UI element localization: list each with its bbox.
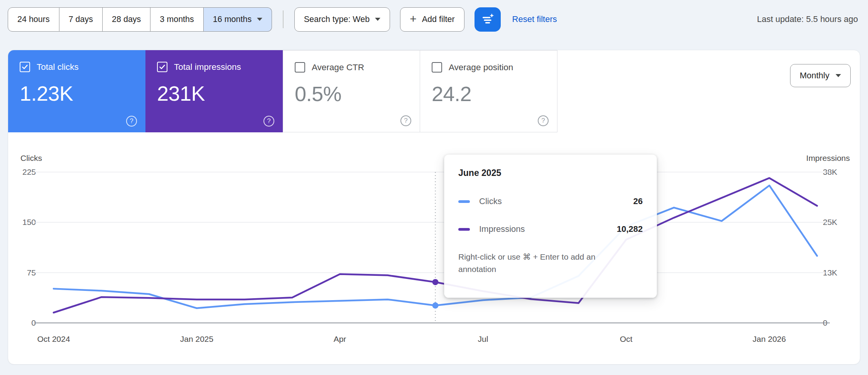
help-icon[interactable]: ?	[263, 116, 274, 127]
left-axis-title: Clicks	[20, 154, 42, 163]
date-range-label: 28 days	[112, 15, 141, 24]
right-axis-title: Impressions	[806, 154, 850, 163]
add-filter-label: Add filter	[422, 15, 455, 24]
x-axis-label: Jan 2025	[180, 334, 213, 344]
metric-value: 231K	[157, 81, 283, 105]
metric-tile-average-ctr[interactable]: Average CTR 0.5% ?	[283, 50, 420, 132]
metric-label: Average CTR	[312, 62, 364, 73]
date-range-7-days[interactable]: 7 days	[59, 7, 103, 32]
impressions-legend-swatch	[458, 228, 470, 231]
y-axis-tick-left: 75	[8, 268, 36, 278]
tooltip-row-clicks: Clicks 26	[458, 195, 643, 208]
search-console-performance-page: 24 hours 7 days 28 days 3 months 16 mont…	[0, 0, 868, 375]
help-icon[interactable]: ?	[126, 116, 137, 127]
metric-tiles: Total clicks 1.23K ? Total impressions 2…	[8, 50, 860, 132]
caret-down-icon	[375, 18, 380, 21]
date-range-28-days[interactable]: 28 days	[103, 7, 150, 32]
tooltip-series-name: Impressions	[479, 224, 617, 234]
add-filter-button[interactable]: + Add filter	[400, 7, 464, 32]
plus-icon: +	[410, 13, 417, 25]
metric-value: 1.23K	[20, 81, 145, 105]
tooltip-series-value: 10,282	[617, 224, 643, 234]
tile-head: Average position	[432, 62, 557, 73]
date-range-label: 3 months	[160, 15, 194, 24]
metric-label: Total clicks	[37, 62, 79, 72]
reset-filters-link[interactable]: Reset filters	[512, 14, 557, 24]
tile-head: Average CTR	[295, 62, 420, 73]
tooltip-annotation-hint: Right-click or use ⌘ + Enter to add an a…	[458, 251, 620, 275]
checkbox-checked-icon[interactable]	[20, 62, 30, 72]
y-axis-tick-left: 225	[8, 167, 36, 177]
y-axis-tick-left: 150	[8, 217, 36, 227]
help-icon[interactable]: ?	[538, 115, 549, 126]
metric-label: Total impressions	[174, 62, 241, 72]
metric-label: Average position	[449, 62, 513, 73]
checkbox-unchecked-icon[interactable]	[295, 62, 305, 73]
tooltip-series-value: 26	[633, 196, 643, 206]
date-range-group: 24 hours 7 days 28 days 3 months 16 mont…	[8, 7, 272, 32]
date-range-24-hours[interactable]: 24 hours	[8, 7, 59, 32]
search-type-dropdown[interactable]: Search type: Web	[294, 7, 390, 32]
metric-tile-total-impressions[interactable]: Total impressions 231K ?	[145, 50, 283, 132]
date-range-label: 24 hours	[17, 15, 50, 24]
granularity-dropdown[interactable]: Monthly	[790, 64, 851, 87]
tooltip-row-impressions: Impressions 10,282	[458, 223, 643, 235]
metric-value: 0.5%	[295, 82, 420, 106]
y-axis-tick-left: 0	[8, 318, 36, 328]
x-axis-label: Oct 2024	[37, 334, 70, 344]
clicks-legend-swatch	[458, 200, 470, 203]
checkbox-checked-icon[interactable]	[157, 62, 167, 72]
last-update-text: Last update: 5.5 hours ago	[757, 14, 858, 24]
tooltip-series-name: Clicks	[479, 196, 633, 206]
date-range-3-months[interactable]: 3 months	[150, 7, 203, 32]
date-range-16-months[interactable]: 16 months	[204, 7, 272, 32]
metric-tile-average-position[interactable]: Average position 24.2 ?	[420, 50, 557, 132]
tile-head: Total impressions	[157, 62, 283, 72]
caret-down-icon	[257, 18, 262, 21]
ai-filter-button[interactable]	[475, 7, 501, 32]
chart-svg[interactable]	[34, 162, 830, 332]
chart-tooltip: June 2025 Clicks 26 Impressions 10,282 R…	[444, 154, 657, 298]
help-icon[interactable]: ?	[400, 115, 411, 126]
x-axis-label: Apr	[334, 334, 346, 344]
checkbox-unchecked-icon[interactable]	[432, 62, 442, 73]
tooltip-date: June 2025	[458, 168, 643, 178]
date-range-label: 16 months	[213, 15, 252, 24]
x-axis-label: Jul	[478, 334, 488, 344]
filter-toolbar: 24 hours 7 days 28 days 3 months 16 mont…	[8, 7, 858, 32]
metric-tile-total-clicks[interactable]: Total clicks 1.23K ?	[8, 50, 145, 132]
search-type-label: Search type: Web	[304, 15, 370, 24]
toolbar-divider	[283, 10, 284, 28]
date-range-label: 7 days	[69, 15, 93, 24]
metric-value: 24.2	[432, 82, 557, 106]
x-axis-label: Oct	[620, 334, 633, 344]
granularity-label: Monthly	[800, 71, 829, 81]
filter-sparkle-icon	[481, 13, 494, 26]
caret-down-icon	[836, 74, 841, 77]
x-axis-label: Jan 2026	[753, 334, 786, 344]
performance-card: Total clicks 1.23K ? Total impressions 2…	[8, 50, 860, 365]
tile-head: Total clicks	[20, 62, 145, 72]
